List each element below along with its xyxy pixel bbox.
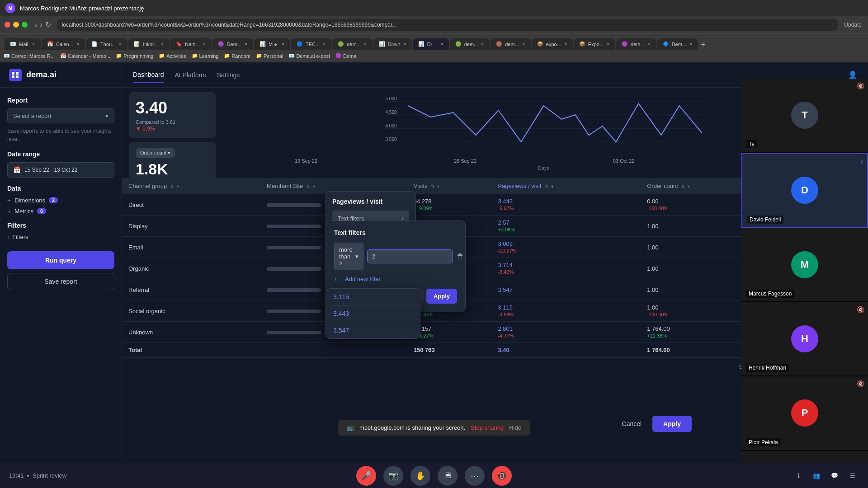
filter-icon-pv[interactable]: ▾	[551, 184, 553, 189]
taskbar: 13:41 Sprint review 🎤 📷 ✋ 🖥 ⋯ 📵 ℹ 👥 💬 ☰	[0, 463, 868, 488]
minimize-traffic-light[interactable]	[13, 22, 19, 28]
participant-name-henrik: Henrik Hoffman	[746, 364, 789, 372]
text-filter-apply-button[interactable]: Apply	[426, 289, 457, 304]
save-report-button[interactable]: Save report	[7, 273, 114, 290]
nav-settings[interactable]: Settings	[217, 68, 240, 82]
stop-sharing-button[interactable]: Stop sharing	[471, 424, 504, 431]
condition-chevron-icon: ▾	[355, 253, 359, 260]
dimensions-item[interactable]: + Dimensions 2	[7, 197, 114, 204]
update-button[interactable]: Update	[844, 22, 862, 28]
add-filter-button[interactable]: + Filters	[7, 234, 114, 240]
bookmark-dema-epost[interactable]: 📧Dema.ai e-post	[288, 53, 330, 59]
tab-dem4[interactable]: 🟤dem...✕	[491, 38, 531, 50]
tab-expo2[interactable]: 📦Expo...✕	[574, 38, 615, 50]
report-select[interactable]: Select a report ▾	[7, 108, 114, 123]
info-icon[interactable]: ℹ	[792, 469, 805, 482]
screen-share-button[interactable]: 🖥	[438, 466, 458, 486]
filter-value-input[interactable]	[367, 249, 453, 263]
metrics-item[interactable]: + Metrics 6	[7, 207, 114, 215]
nav-dashboard[interactable]: Dashboard	[133, 67, 164, 83]
raise-hand-button[interactable]: ✋	[410, 466, 430, 486]
tab-mail[interactable]: 📧Mail✕	[5, 38, 41, 50]
data-label: Data	[7, 185, 114, 192]
camera-button[interactable]: 📷	[383, 466, 403, 486]
bookmark-calendar[interactable]: 📅Calendar - Marco...	[60, 53, 110, 59]
channel-unknown: Unknown	[122, 322, 260, 343]
kpi1-change: ▼ 5.9%	[136, 126, 209, 132]
bottom-apply-button[interactable]: Apply	[652, 416, 692, 432]
presenter-name: Marcos Rodriguez Muñoz prowadzi prezenta…	[20, 5, 144, 12]
bookmark-dema[interactable]: 🟣Dema	[335, 53, 356, 59]
col-pv[interactable]: Pageviews / visit ⇅ ▾	[491, 178, 641, 194]
tab-dem3[interactable]: 🟢dem...✕	[450, 38, 490, 50]
value-item-2[interactable]: 3.443	[326, 305, 420, 322]
filters-label: Filters	[7, 222, 114, 229]
order-count-button[interactable]: Order count ▾	[136, 148, 175, 158]
tab-close-icon[interactable]: ✕	[440, 42, 443, 47]
tab-m[interactable]: 📊M ●✕	[254, 38, 290, 50]
forward-button[interactable]: ›	[40, 21, 42, 29]
activities-icon[interactable]: ☰	[846, 469, 859, 482]
report-label: Report	[7, 97, 114, 104]
tab-inkor[interactable]: 📝Inkor...✕	[128, 38, 170, 50]
avatar-marcus: M	[791, 251, 818, 278]
bookmark-learning[interactable]: 📁Learning	[192, 53, 219, 59]
bookmark-random[interactable]: 📁Random	[224, 53, 250, 59]
filter-icon-channel[interactable]: ▾	[177, 184, 179, 189]
reload-button[interactable]: ↻	[45, 20, 51, 29]
date-range-section: Date range 📅 15 Sep 22 - 13 Oct 22	[7, 150, 114, 178]
tab-tec[interactable]: 🔵TEC...✕	[291, 38, 331, 50]
kpi-cards: 3.40 Compared to 3.61 ▼ 5.9% Order count…	[122, 88, 219, 178]
filter-icon-visits[interactable]: ▾	[437, 184, 439, 189]
chat-icon[interactable]: 💬	[828, 469, 841, 482]
back-button[interactable]: ‹	[35, 21, 37, 29]
date-range-label: Date range	[7, 150, 114, 158]
avatar-piotr: P	[791, 399, 818, 427]
tab-calendar[interactable]: 📅Calen...✕	[42, 38, 85, 50]
filter-icon-merchant[interactable]: ▾	[313, 184, 315, 189]
tab-divvit[interactable]: 📊Divvit✕	[373, 38, 412, 50]
new-tab-button[interactable]: +	[701, 40, 706, 50]
condition-select[interactable]: more than > ▾	[334, 243, 363, 270]
tab-dem5[interactable]: 🟣dem...✕	[616, 38, 656, 50]
col-channel[interactable]: Channel group ⇅ ▾	[122, 178, 260, 194]
merchant-total	[260, 343, 407, 357]
meet-notification: 📺 meet.google.com is sharing your screen…	[338, 420, 530, 436]
bottom-cancel-button[interactable]: Cancel	[615, 417, 649, 431]
tab-dem6[interactable]: 🔷Dem...✕	[657, 38, 698, 50]
value-item-1[interactable]: 3.115	[326, 289, 420, 305]
bookmark-mail[interactable]: 📧Correo: Marcos R...	[4, 53, 55, 59]
bookmark-programming[interactable]: 📁Programming	[116, 53, 153, 59]
delete-filter-icon[interactable]: 🗑	[457, 253, 464, 261]
video-panel-marcus: M Marcus Fagesson	[741, 228, 868, 302]
run-query-button[interactable]: Run query	[7, 251, 114, 269]
address-bar[interactable]: localhost:3000/dashboard?w0=order%3Acoun…	[57, 19, 838, 31]
tab-expo[interactable]: 📦expo...✕	[532, 38, 573, 50]
channel-email: Email	[122, 237, 260, 258]
avatar-david: D	[791, 177, 818, 204]
nav-ai-platform[interactable]: AI Platform	[175, 68, 206, 82]
more-options-button[interactable]: ⋯	[465, 466, 485, 486]
tab-dem1[interactable]: 🟣Dem...✕	[212, 38, 253, 50]
value-item-3[interactable]: 3.547	[326, 322, 420, 338]
col-visits[interactable]: Visits ⇅ ▾	[407, 178, 492, 194]
microphone-button[interactable]: 🎤	[356, 466, 376, 486]
close-traffic-light[interactable]	[5, 22, 10, 28]
fullscreen-traffic-light[interactable]	[22, 22, 28, 28]
plus-icon-filter: +	[334, 276, 338, 282]
hide-notification-button[interactable]: Hide	[509, 424, 521, 431]
bookmark-activities[interactable]: 📁Activities	[159, 53, 186, 59]
tab-di-active[interactable]: 📊Di✕	[413, 38, 449, 50]
tab-thou[interactable]: 📄Thou...✕	[86, 38, 127, 50]
participants-icon[interactable]: 👥	[810, 469, 823, 482]
tab-dem2[interactable]: 🟢dem...✕	[332, 38, 373, 50]
chevron-down-icon: ▾	[105, 113, 108, 119]
user-icon[interactable]: 👤	[848, 70, 857, 79]
hang-up-button[interactable]: 📵	[492, 466, 512, 486]
taskbar-sprint-title: Sprint review	[33, 472, 66, 479]
filter-icon-oc[interactable]: ▾	[688, 184, 690, 189]
bookmark-personal[interactable]: 📁Personal	[256, 53, 283, 59]
tab-nam[interactable]: 🔖Nam...✕	[170, 38, 211, 50]
add-new-filter-button[interactable]: + + Add new filter	[334, 276, 457, 282]
date-range-button[interactable]: 📅 15 Sep 22 - 13 Oct 22	[7, 162, 114, 178]
